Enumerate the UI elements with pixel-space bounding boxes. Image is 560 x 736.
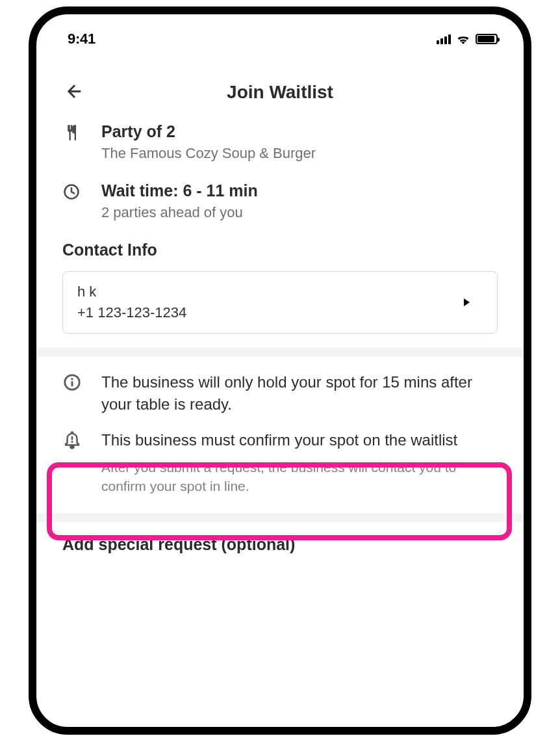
bell-alert-icon — [62, 429, 83, 450]
battery-icon — [476, 34, 498, 44]
special-request-heading: Add special request (optional) — [36, 522, 524, 554]
parties-ahead: 2 parties ahead of you — [101, 204, 258, 221]
cellular-icon — [437, 34, 451, 44]
nav-header: Join Waitlist — [36, 56, 524, 122]
status-indicators — [437, 34, 498, 44]
confirm-notice-sub: After you submit a request, the business… — [101, 458, 498, 496]
waitlist-summary: Party of 2 The Famous Cozy Soup & Burger… — [36, 122, 524, 334]
party-text: Party of 2 The Famous Cozy Soup & Burger — [101, 122, 316, 162]
svg-rect-3 — [71, 381, 73, 386]
wait-text: Wait time: 6 - 11 min 2 parties ahead of… — [101, 181, 258, 221]
svg-point-5 — [71, 441, 73, 443]
svg-rect-4 — [71, 436, 73, 440]
wifi-icon — [456, 34, 470, 44]
confirm-notice-title: This business must confirm your spot on … — [101, 429, 498, 451]
contact-card[interactable]: h k +1 123-123-1234 — [62, 271, 498, 334]
device-frame: 9:41 Join Waitlist Party of 2 The — [29, 7, 531, 735]
page-title: Join Waitlist — [227, 82, 333, 103]
back-button[interactable] — [62, 80, 86, 103]
hold-notice-text: The business will only hold your spot fo… — [101, 371, 498, 415]
party-size: Party of 2 — [101, 122, 316, 141]
clock-icon — [62, 181, 83, 201]
arrow-left-icon — [64, 82, 84, 101]
info-icon — [62, 371, 83, 392]
caret-right-icon — [464, 298, 470, 306]
utensils-icon — [62, 122, 83, 142]
section-divider — [36, 348, 524, 357]
contact-phone: +1 123-123-1234 — [77, 304, 186, 321]
contact-heading: Contact Info — [62, 241, 498, 259]
status-time: 9:41 — [68, 31, 95, 47]
wait-time: Wait time: 6 - 11 min — [101, 181, 258, 200]
confirm-notice-row: This business must confirm your spot on … — [62, 429, 498, 495]
svg-point-2 — [71, 378, 73, 380]
wait-row: Wait time: 6 - 11 min 2 parties ahead of… — [62, 181, 498, 221]
contact-name: h k — [77, 283, 186, 300]
party-row: Party of 2 The Famous Cozy Soup & Burger — [62, 122, 498, 162]
status-bar: 9:41 — [36, 14, 524, 56]
notices-section: The business will only hold your spot fo… — [36, 357, 524, 513]
contact-details: h k +1 123-123-1234 — [77, 283, 186, 321]
section-divider — [36, 513, 524, 522]
venue-name: The Famous Cozy Soup & Burger — [101, 145, 316, 162]
hold-notice-row: The business will only hold your spot fo… — [62, 371, 498, 415]
confirm-notice-body: This business must confirm your spot on … — [101, 429, 498, 495]
